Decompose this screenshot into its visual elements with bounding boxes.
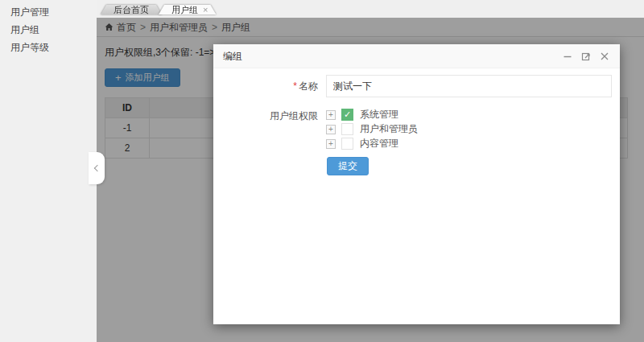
tab-user-group-label: 用户组 (171, 5, 198, 14)
sidebar-collapse-handle[interactable] (89, 152, 105, 184)
tab-dashboard-label: 后台首页 (114, 5, 149, 14)
permission-tree: + ✓ 系统管理 + ✓ 用户和管理员 + ✓ 内容管理 (326, 109, 418, 150)
maximize-button[interactable] (580, 51, 592, 62)
modal-controls (562, 51, 610, 62)
modal-title: 编组 (223, 44, 242, 68)
modal-body: *名称 用户组权限 + ✓ 系统管理 + ✓ 用户和管理员 (213, 68, 620, 175)
tree-label-system[interactable]: 系统管理 (360, 108, 398, 122)
checkbox-system[interactable]: ✓ (341, 109, 353, 121)
expand-icon[interactable]: + (326, 110, 336, 120)
minimize-icon (563, 52, 572, 61)
tab-user-group[interactable]: 用户组× (159, 5, 216, 14)
tree-label-content[interactable]: 内容管理 (360, 137, 398, 150)
app-window: 用户管理 用户组 用户等级 后台首页 用户组× 首页>用户和管理员>用户组 用户… (0, 0, 644, 342)
edit-group-modal: 编组 *名称 用户组权限 (213, 44, 620, 324)
checkbox-content[interactable]: ✓ (341, 138, 353, 150)
tab-dashboard[interactable]: 后台首页 (101, 5, 162, 14)
name-label-text: 名称 (299, 80, 318, 92)
close-icon (600, 52, 609, 61)
sidebar-item-user-level[interactable]: 用户等级 (0, 39, 97, 56)
check-icon: ✓ (344, 110, 351, 119)
checkbox-users-admins[interactable]: ✓ (341, 123, 353, 135)
tree-row-content: + ✓ 内容管理 (326, 138, 418, 150)
modal-header[interactable]: 编组 (213, 44, 620, 68)
sidebar: 用户管理 用户组 用户等级 (0, 0, 97, 342)
required-mark: * (293, 80, 297, 92)
name-label: *名称 (213, 75, 326, 97)
tree-row-users-admins: + ✓ 用户和管理员 (326, 123, 418, 135)
maximize-icon (581, 52, 591, 61)
submit-button[interactable]: 提交 (327, 157, 369, 175)
sidebar-item-user-management[interactable]: 用户管理 (0, 3, 97, 21)
close-button[interactable] (599, 51, 610, 62)
sidebar-item-user-group[interactable]: 用户组 (0, 21, 97, 39)
expand-icon[interactable]: + (326, 139, 336, 149)
permissions-label: 用户组权限 (213, 109, 326, 150)
tree-row-system: + ✓ 系统管理 (326, 109, 418, 121)
chevron-left-icon (94, 165, 101, 171)
permissions-form-row: 用户组权限 + ✓ 系统管理 + ✓ 用户和管理员 + ✓ (213, 109, 620, 150)
tab-close-icon[interactable]: × (203, 5, 208, 14)
tab-bar: 后台首页 用户组× (97, 0, 644, 18)
name-form-row: *名称 (213, 75, 620, 97)
minimize-button[interactable] (562, 51, 573, 62)
tree-label-users-admins[interactable]: 用户和管理员 (360, 122, 418, 136)
expand-icon[interactable]: + (326, 125, 336, 134)
group-name-input[interactable] (326, 75, 612, 97)
